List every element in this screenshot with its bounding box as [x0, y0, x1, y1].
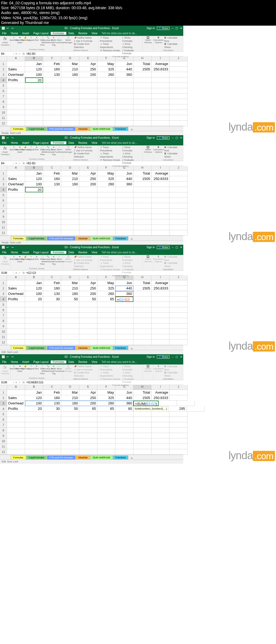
watch-window-button[interactable]: 🔲Watch Window: [144, 36, 152, 44]
text-button[interactable]: AText: [34, 36, 39, 42]
sheet-tab-ytd[interactable]: YTD and Pct Increase: [47, 127, 75, 131]
fx-icon[interactable]: fx: [22, 52, 25, 55]
tab-review[interactable]: Review: [76, 32, 89, 35]
tell-me-input[interactable]: Tell me what you want to do...: [99, 32, 139, 35]
add-sheet-icon[interactable]: ⊕: [129, 128, 135, 131]
video-metadata: File: 04_02-Copying a formula into adjac…: [0, 0, 276, 26]
sheet-tab-formulas[interactable]: Formulas: [11, 127, 26, 131]
define-name-button[interactable]: 📌 Define Name: [73, 36, 97, 40]
show-formulas-button[interactable]: ƒ Show Formulas: [122, 36, 142, 43]
calc-options-button[interactable]: 🖩Calculation Options: [154, 36, 163, 49]
name-box[interactable]: SUM: [0, 381, 13, 384]
spreadsheet-grid[interactable]: 123 456 789 101112 AB CD EF GH IJ JanFeb…: [0, 56, 183, 126]
active-cell[interactable]: 20: [25, 187, 43, 192]
function-tooltip: SUM(number1, [number2], ...): [133, 406, 168, 411]
trace-precedents-button[interactable]: ↗ Trace Precedents: [99, 36, 121, 43]
tab-insert[interactable]: Insert: [20, 32, 31, 35]
editing-cell[interactable]: =G2-G3: [115, 297, 133, 302]
signin-link[interactable]: Sign in: [147, 27, 155, 30]
logical-button[interactable]: ?Logical: [29, 36, 33, 42]
name-box[interactable]: SUM: [0, 271, 13, 274]
sheet-tab-functions[interactable]: Functions: [113, 127, 128, 131]
remove-arrows-button[interactable]: ✕ Remove Arrows: [99, 49, 121, 52]
title-bar: ⬜↩↪ 03 - Creating Formulas and Functions…: [0, 26, 183, 31]
trace-dependents-button[interactable]: ↘ Trace Dependents: [99, 43, 121, 49]
excel-frame-1: ⬜↩↪ 03 - Creating Formulas and Functions…: [0, 26, 183, 135]
sheet-tab-absolute[interactable]: Absolute: [76, 127, 90, 131]
tab-data[interactable]: Data: [66, 32, 76, 35]
eval-formula-button[interactable]: ƒ Evaluate Formula: [122, 49, 142, 55]
close-icon[interactable]: ✕: [180, 27, 182, 30]
calc-sheet-button[interactable]: 🖩 Calculate Sheet: [164, 43, 182, 49]
use-formula-button[interactable]: ƒ Use in Formula: [73, 40, 97, 43]
name-box[interactable]: B4: [0, 162, 13, 165]
editing-cell[interactable]: =SUM(B3:G3): [133, 401, 159, 406]
share-button[interactable]: 👤 Share: [157, 27, 170, 30]
more-button[interactable]: ⋯More Functions: [57, 36, 62, 42]
status-bar: Ready Num Lock: [0, 131, 183, 135]
tab-formulas[interactable]: Formulas: [51, 32, 66, 35]
excel-frame-4: ⬜↩↪03 - Creating Formulas and Functions …: [0, 354, 183, 464]
formula-bar-row: B4 ✕✓ fx =B2-B3: [0, 52, 183, 56]
minimize-icon[interactable]: –: [172, 27, 173, 30]
create-selection-button[interactable]: ⊞ Create from Selection: [73, 43, 97, 49]
insert-function-button[interactable]: fxInsert Function: [1, 36, 9, 46]
financial-button[interactable]: 💰Financial: [23, 36, 28, 42]
maximize-icon[interactable]: ▢: [175, 27, 178, 30]
watermark: lynda.com: [229, 121, 275, 133]
lookup-button[interactable]: 🔍Lookup & Reference: [46, 36, 50, 42]
window-title: 03 - Creating Formulas and Functions - E…: [64, 27, 119, 30]
sheet-tabs: Formulas CopyFormulas YTD and Pct Increa…: [0, 126, 183, 131]
tab-pagelayout[interactable]: Page Layout: [31, 32, 51, 35]
menu-bar: File Home Insert Page Layout Formulas Da…: [0, 31, 183, 36]
excel-frame-2: ⬜↩↪03 - Creating Formulas and Functions …: [0, 135, 183, 245]
excel-frame-3: ⬜↩↪03 - Creating Formulas and Functions …: [0, 245, 183, 354]
sheet-tab-copy[interactable]: CopyFormulas: [26, 127, 47, 131]
ribbon: fxInsert Function ΣAutoSum ★Recently Use…: [0, 36, 183, 52]
name-manager-button[interactable]: 📋Name Manager: [64, 36, 72, 49]
error-check-button[interactable]: ⚠ Error Checking: [122, 43, 142, 49]
calc-now-button[interactable]: 🖩 Calculate Now: [164, 36, 182, 43]
name-box[interactable]: B4: [0, 52, 13, 55]
tab-home[interactable]: Home: [9, 32, 20, 35]
active-cell[interactable]: 20: [25, 77, 43, 83]
tab-view[interactable]: View: [89, 32, 100, 35]
sheet-tab-sumavg[interactable]: SUM AVERAGE: [90, 127, 113, 131]
tab-file[interactable]: File: [0, 32, 9, 35]
